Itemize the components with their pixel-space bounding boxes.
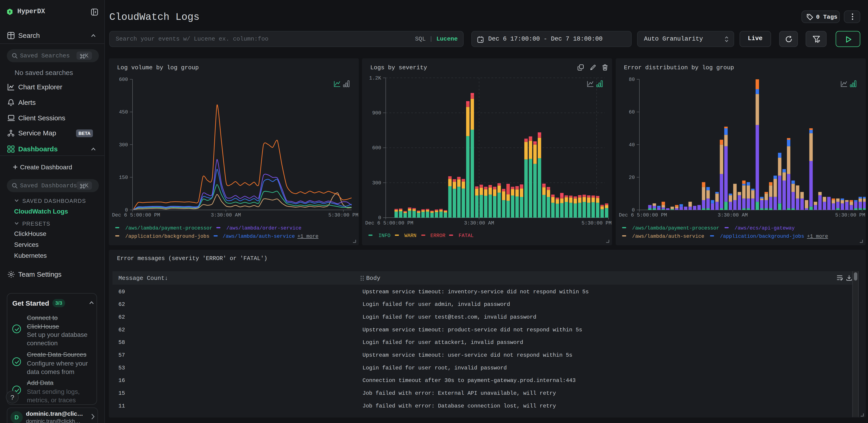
svg-text:600: 600: [119, 77, 128, 83]
svg-text:1.2K: 1.2K: [369, 76, 381, 81]
svg-text:/aws/lambda/payment-processor: /aws/lambda/payment-processor: [632, 225, 719, 231]
svg-text:/aws/lambda/order-service: /aws/lambda/order-service: [226, 225, 302, 231]
svg-text:300: 300: [372, 180, 381, 186]
svg-text:3:30:00 AM: 3:30:00 AM: [464, 220, 494, 226]
svg-text:/aws/ecs/api-gateway: /aws/ecs/api-gateway: [735, 225, 795, 231]
svg-text:0: 0: [378, 215, 381, 221]
svg-text:20: 20: [629, 175, 635, 180]
svg-text:Dec 6 5:00:00 PM: Dec 6 5:00:00 PM: [619, 213, 667, 218]
svg-text:+1 more: +1 more: [298, 234, 318, 239]
svg-text:900: 900: [372, 110, 381, 116]
svg-text:5:30:00 PM: 5:30:00 PM: [328, 213, 359, 218]
svg-text:5:30:00 PM: 5:30:00 PM: [835, 213, 865, 218]
svg-text:+1 more: +1 more: [807, 234, 828, 239]
svg-text:5:30:00 PM: 5:30:00 PM: [582, 220, 612, 226]
svg-text:/aws/lambda/auth-service: /aws/lambda/auth-service: [632, 234, 704, 239]
svg-text:80: 80: [629, 77, 635, 83]
svg-text:/aws/lambda/auth-service: /aws/lambda/auth-service: [223, 234, 295, 239]
svg-text:3:30:00 AM: 3:30:00 AM: [211, 213, 241, 218]
svg-text:450: 450: [119, 109, 128, 115]
svg-text:/application/background-jobs: /application/background-jobs: [720, 234, 804, 239]
svg-text:150: 150: [119, 175, 128, 180]
svg-text:60: 60: [629, 109, 635, 115]
svg-text:300: 300: [119, 142, 128, 148]
svg-text:INFO: INFO: [378, 233, 391, 238]
svg-text:/application/background-jobs: /application/background-jobs: [125, 234, 210, 239]
svg-text:40: 40: [629, 142, 635, 148]
svg-text:ERROR: ERROR: [430, 233, 445, 238]
svg-text:WARN: WARN: [404, 233, 416, 238]
svg-text:3:30:00 AM: 3:30:00 AM: [718, 213, 748, 218]
svg-text:Dec 6 5:00:00 PM: Dec 6 5:00:00 PM: [112, 213, 160, 218]
svg-text:Dec 6 5:00:00 PM: Dec 6 5:00:00 PM: [365, 220, 413, 226]
svg-text:/aws/lambda/payment-processor: /aws/lambda/payment-processor: [125, 225, 212, 231]
svg-text:600: 600: [372, 145, 381, 151]
svg-text:FATAL: FATAL: [459, 233, 474, 238]
